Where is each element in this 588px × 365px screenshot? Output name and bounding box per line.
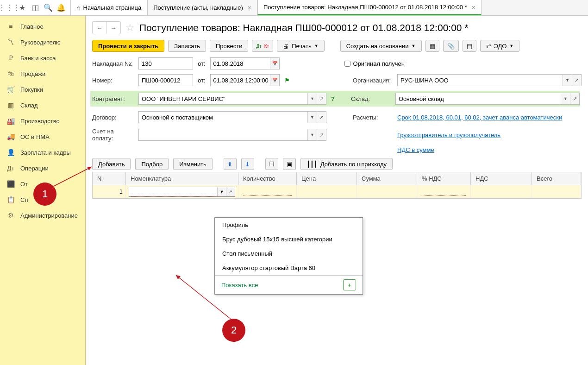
annotation-2: 2 <box>222 319 245 342</box>
svg-line-0 <box>54 167 92 186</box>
annotation-1: 1 <box>33 182 56 206</box>
annotation-arrows <box>0 0 588 365</box>
svg-line-1 <box>176 275 231 320</box>
